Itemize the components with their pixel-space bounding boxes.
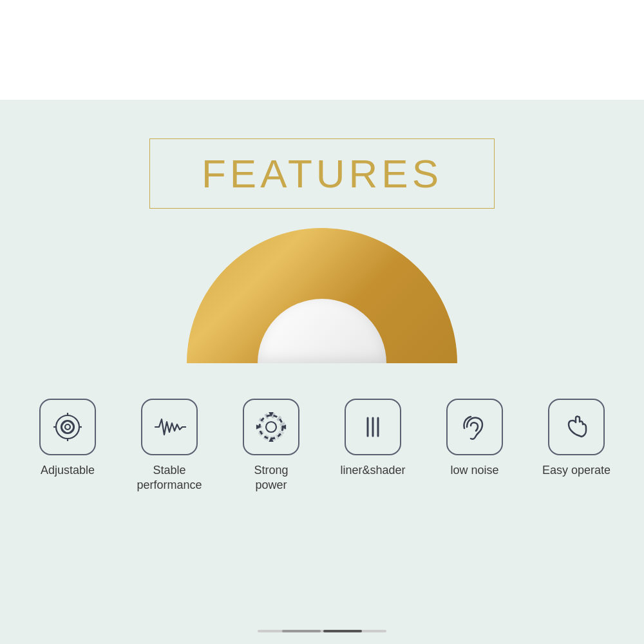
feature-item-liner: liner&shader <box>331 399 415 478</box>
bottom-indicator <box>258 630 386 632</box>
stable-icon-box <box>141 399 198 455</box>
liner-icon-box <box>345 399 401 455</box>
feature-item-stable: Stableperformance <box>128 399 211 493</box>
power-icon-box <box>243 399 299 455</box>
adjustable-label: Adjustable <box>41 463 95 478</box>
power-label: Strongpower <box>254 463 288 493</box>
indicator-dot-1 <box>282 630 321 632</box>
liner-label: liner&shader <box>340 463 405 478</box>
stable-label: Stableperformance <box>137 463 202 493</box>
easy-label: Easy operate <box>542 463 611 478</box>
lines-icon <box>356 410 390 444</box>
svg-point-0 <box>56 415 79 439</box>
easy-icon-box <box>548 399 605 455</box>
indicator-dot-2 <box>323 630 362 632</box>
adjustable-icon <box>51 410 84 444</box>
top-white-area <box>0 0 644 100</box>
feature-item-power: Strongpower <box>229 399 313 493</box>
features-row: Adjustable Stableperformance <box>6 399 638 493</box>
gear-icon <box>254 410 288 444</box>
adjustable-icon-box <box>39 399 96 455</box>
ear-icon <box>458 410 491 444</box>
noise-label: low noise <box>450 463 498 478</box>
noise-icon-box <box>446 399 503 455</box>
main-section: FEATURES Adjustable <box>0 100 644 644</box>
features-title: FEATURES <box>202 151 442 196</box>
features-title-container: FEATURES <box>149 138 495 209</box>
product-image-area <box>187 234 457 363</box>
hand-icon <box>560 410 593 444</box>
feature-item-noise: low noise <box>433 399 516 478</box>
svg-point-2 <box>65 424 70 430</box>
waveform-icon <box>153 410 186 444</box>
feature-item-adjustable: Adjustable <box>26 399 109 478</box>
svg-point-1 <box>61 421 74 433</box>
feature-item-easy: Easy operate <box>535 399 618 478</box>
svg-point-7 <box>266 422 276 432</box>
